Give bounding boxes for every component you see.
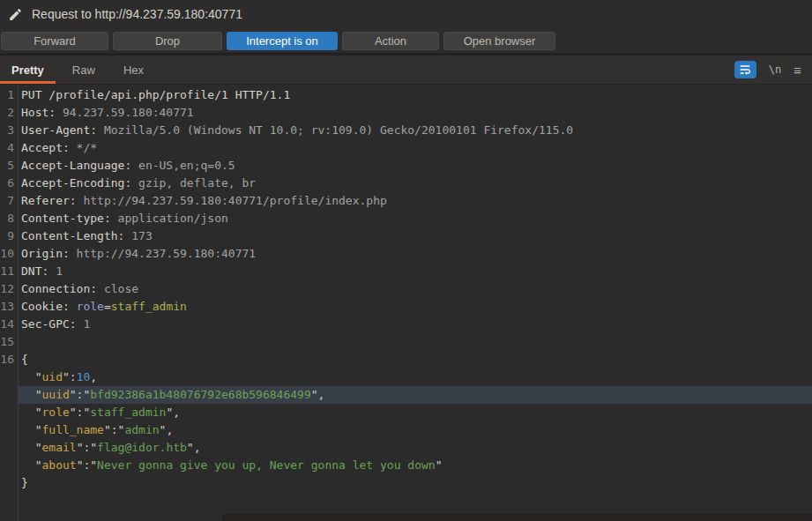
line-content: Cookie: role=staff_admin [18, 298, 812, 316]
line-number: 8 [0, 210, 18, 227]
code-line[interactable]: 2Host: 94.237.59.180:40771 [0, 104, 812, 122]
action-button[interactable]: Action [342, 32, 439, 50]
line-number: 13 [0, 298, 18, 316]
forward-button[interactable]: Forward [1, 32, 108, 50]
line-number: 10 [0, 245, 18, 263]
line-number: 2 [0, 104, 18, 122]
code-line[interactable]: 5Accept-Language: en-US,en;q=0.5 [0, 157, 812, 175]
intercept-header: Request to http://94.237.59.180:40771 [0, 0, 812, 28]
line-content: PUT /profile/api.php/profile/1 HTTP/1.1 [18, 86, 812, 104]
code-line[interactable]: "uuid":"bfd92386a1b48076792e68b596846499… [0, 386, 812, 404]
word-wrap-toggle-button[interactable] [734, 61, 756, 78]
code-line[interactable]: 10Origin: http://94.237.59.180:40771 [0, 245, 812, 263]
intercept-toggle-button[interactable]: Intercept is on [227, 32, 338, 50]
code-line[interactable]: 15 [0, 333, 812, 351]
gutter-divider [18, 85, 19, 521]
editor-toolbar-icons: \n ≡ [734, 56, 812, 84]
show-newlines-toggle[interactable]: \n [769, 63, 781, 76]
line-number: 14 [0, 316, 18, 333]
line-content: Host: 94.237.59.180:40771 [18, 104, 812, 122]
code-line[interactable]: } [0, 474, 812, 492]
open-browser-button[interactable]: Open browser [443, 32, 555, 50]
line-number [0, 457, 18, 474]
line-content: "role":"staff_admin", [18, 404, 812, 421]
line-content: Referer: http://94.237.59.180:40771/prof… [18, 192, 812, 210]
word-wrap-icon [738, 63, 752, 77]
code-line[interactable]: 8Content-type: application/json [0, 210, 812, 227]
request-title: Request to http://94.237.59.180:40771 [32, 7, 242, 21]
line-number [0, 368, 18, 386]
line-content: "uuid":"bfd92386a1b48076792e68b596846499… [18, 386, 812, 404]
line-number: 1 [0, 86, 18, 104]
line-content: "uid":10, [18, 368, 812, 386]
line-content: User-Agent: Mozilla/5.0 (Windows NT 10.0… [18, 122, 812, 139]
line-content: } [18, 474, 812, 492]
line-content [18, 333, 812, 351]
code-line[interactable]: 11DNT: 1 [0, 263, 812, 280]
code-line[interactable]: 6Accept-Encoding: gzip, deflate, br [0, 175, 812, 192]
line-number: 15 [0, 333, 18, 351]
line-number: 11 [0, 263, 18, 280]
code-line[interactable]: "email":"flag@idor.htb", [0, 439, 812, 457]
pencil-edit-icon [8, 7, 23, 22]
tab-raw[interactable]: Raw [61, 56, 107, 84]
line-content: Accept-Encoding: gzip, deflate, br [18, 175, 812, 192]
code-line[interactable]: 9Content-Length: 173 [0, 227, 812, 245]
line-content: Sec-GPC: 1 [18, 316, 812, 333]
line-content: DNT: 1 [18, 263, 812, 280]
horizontal-scrollbar[interactable] [222, 514, 812, 521]
code-line[interactable]: 3User-Agent: Mozilla/5.0 (Windows NT 10.… [0, 122, 812, 139]
line-number: 5 [0, 157, 18, 175]
line-content: Content-type: application/json [18, 210, 812, 227]
line-number: 12 [0, 280, 18, 298]
code-line[interactable]: "role":"staff_admin", [0, 404, 812, 421]
line-number [0, 474, 18, 492]
line-content: "full_name":"admin", [18, 421, 812, 439]
code-line[interactable]: "full_name":"admin", [0, 421, 812, 439]
drop-button[interactable]: Drop [113, 32, 222, 50]
message-view-tabs: Pretty Raw Hex \n ≡ [0, 56, 812, 85]
line-content: "email":"flag@idor.htb", [18, 439, 812, 457]
line-number: 9 [0, 227, 18, 245]
line-content: Accept-Language: en-US,en;q=0.5 [18, 157, 812, 175]
line-number [0, 439, 18, 457]
line-content: Accept: */* [18, 139, 812, 157]
intercept-toolbar: Forward Drop Intercept is on Action Open… [0, 28, 812, 53]
code-line[interactable]: 13Cookie: role=staff_admin [0, 298, 812, 316]
line-content: Connection: close [18, 280, 812, 298]
line-number: 4 [0, 139, 18, 157]
line-number: 3 [0, 122, 18, 139]
tab-pretty[interactable]: Pretty [0, 56, 56, 84]
line-content: { [18, 351, 812, 368]
line-number: 7 [0, 192, 18, 210]
code-line[interactable]: 1PUT /profile/api.php/profile/1 HTTP/1.1 [0, 86, 812, 104]
line-number: 6 [0, 175, 18, 192]
line-content: Content-Length: 173 [18, 227, 812, 245]
line-number [0, 386, 18, 404]
line-number: 16 [0, 351, 18, 368]
code-line[interactable]: 14Sec-GPC: 1 [0, 316, 812, 333]
code-line[interactable]: 7Referer: http://94.237.59.180:40771/pro… [0, 192, 812, 210]
editor-menu-icon[interactable]: ≡ [793, 63, 801, 77]
tab-hex[interactable]: Hex [112, 56, 155, 84]
code-line[interactable]: 4Accept: */* [0, 139, 812, 157]
code-editor[interactable]: 1PUT /profile/api.php/profile/1 HTTP/1.1… [0, 85, 812, 521]
code-line[interactable]: "about":"Never gonna give you up, Never … [0, 457, 812, 474]
line-content: Origin: http://94.237.59.180:40771 [18, 245, 812, 263]
line-content: "about":"Never gonna give you up, Never … [18, 457, 812, 474]
line-number [0, 404, 18, 421]
code-line[interactable]: 16{ [0, 351, 812, 368]
code-line[interactable]: "uid":10, [0, 368, 812, 386]
code-line[interactable]: 12Connection: close [0, 280, 812, 298]
line-number [0, 421, 18, 439]
